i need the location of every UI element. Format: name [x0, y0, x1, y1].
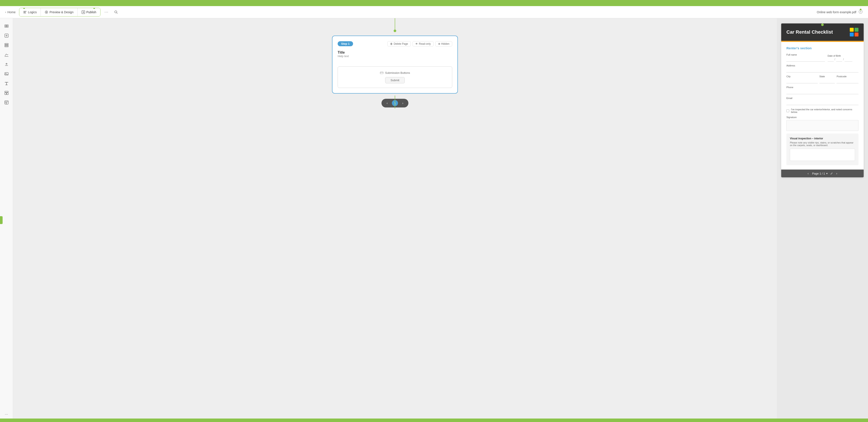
form-logo: [850, 28, 859, 36]
sidebar-item-image[interactable]: [2, 69, 11, 78]
sidebar: ···: [0, 18, 13, 422]
sidebar-item-form-fields[interactable]: [2, 22, 11, 30]
state-label: State: [819, 75, 835, 78]
tab-preview[interactable]: Preview & Design: [41, 8, 78, 16]
fullname-label: Full name: [786, 53, 825, 56]
step-actions: 🗑 Delete Page 👁 Read-only ⊗ Hidden: [388, 41, 452, 47]
page-next-icon: ›: [402, 101, 403, 105]
page-next-button[interactable]: ›: [400, 100, 406, 106]
step-title: Title: [338, 51, 345, 54]
image-icon: [4, 71, 9, 76]
preview-prev-button[interactable]: ‹: [806, 171, 810, 176]
home-label[interactable]: Home: [7, 10, 16, 14]
city-field: City: [786, 75, 818, 83]
preview-page-dropdown-icon[interactable]: ▼: [826, 172, 828, 175]
hidden-icon: ⊗: [438, 42, 440, 46]
page-prev-icon: ‹: [387, 101, 388, 105]
phone-field: Phone: [786, 86, 859, 94]
page-prev-button[interactable]: ‹: [384, 100, 390, 106]
smart-fields-icon: [4, 33, 9, 38]
jotform-logo: [850, 28, 859, 36]
visual-inspection-textarea[interactable]: [790, 149, 855, 161]
postcode-field: Postcode: [837, 75, 859, 83]
postcode-label: Postcode: [837, 75, 859, 78]
address-input[interactable]: [786, 67, 859, 72]
postcode-input[interactable]: [837, 78, 859, 83]
signature-icon: [4, 52, 9, 57]
bottom-green-bar: [0, 419, 868, 422]
email-field: Email: [786, 97, 859, 105]
preview-page-label: Page 1 / 1: [812, 172, 825, 175]
sidebar-item-layout[interactable]: [2, 89, 11, 97]
more-button[interactable]: ···: [103, 9, 110, 16]
svg-rect-0: [24, 11, 27, 11]
city-input[interactable]: [786, 78, 818, 83]
connector-dot-top: [394, 30, 396, 32]
preview-next-button[interactable]: ›: [835, 171, 839, 176]
tab-preview-label: Preview & Design: [50, 10, 73, 14]
more-icon: ···: [104, 10, 108, 14]
dob-inputs: / /: [828, 58, 859, 62]
inspection-checkbox[interactable]: [786, 110, 789, 112]
signature-label: Signature: [786, 116, 859, 119]
tab-logics[interactable]: Logics: [19, 8, 41, 16]
dob-day[interactable]: [836, 58, 842, 62]
svg-rect-22: [380, 72, 383, 74]
hidden-button[interactable]: ⊗ Hidden: [435, 41, 452, 47]
search-icon: [114, 10, 118, 14]
svg-rect-8: [5, 25, 6, 26]
phone-label: Phone: [786, 86, 859, 89]
text-icon: [4, 81, 9, 86]
dob-label: Date of Birth: [828, 55, 859, 57]
dob-sep-1: /: [835, 58, 835, 62]
svg-rect-11: [7, 26, 8, 27]
upload-icon: [4, 62, 9, 67]
delete-page-button[interactable]: 🗑 Delete Page: [388, 41, 411, 47]
search-button[interactable]: [113, 9, 120, 16]
svg-rect-15: [5, 46, 8, 47]
fullname-input[interactable]: [786, 57, 825, 62]
home-nav[interactable]: ‹ Home: [5, 10, 16, 14]
sidebar-item-matrix[interactable]: [2, 41, 11, 50]
sidebar-item-smart-fields[interactable]: [2, 31, 11, 40]
sidebar-item-text[interactable]: [2, 79, 11, 88]
svg-rect-14: [5, 45, 8, 46]
connector-line-bottom: [395, 95, 395, 109]
layout-icon: [4, 91, 9, 95]
delete-label: Delete Page: [394, 42, 408, 46]
inspection-checkbox-label: I've inspected the car exterior/interior…: [791, 108, 859, 113]
preview-expand-button[interactable]: ⤢: [830, 172, 833, 175]
readonly-label: Read-only: [419, 42, 431, 46]
matrix-icon: [4, 43, 9, 48]
sidebar-item-signature[interactable]: [2, 50, 11, 59]
preview-panel: Car Rental Checklist Renter's section: [777, 18, 868, 422]
sidebar-item-upload[interactable]: [2, 60, 11, 69]
readonly-button[interactable]: 👁 Read-only: [412, 41, 434, 47]
phone-input[interactable]: [786, 89, 859, 94]
step-help: Help text: [338, 55, 353, 58]
tab-logics-label: Logics: [28, 10, 37, 14]
sidebar-item-table[interactable]: [2, 98, 11, 107]
dob-month[interactable]: [828, 58, 834, 62]
nav-tabs: Logics Preview & Design Publish: [19, 8, 100, 17]
readonly-icon: 👁: [415, 42, 418, 46]
svg-rect-10: [5, 26, 6, 27]
dob-field-group: Date of Birth / /: [828, 55, 859, 62]
preview-bottom-bar: ‹ Page 1 / 1 ▼ ⤢ ›: [781, 170, 864, 177]
publish-icon: [82, 10, 85, 14]
nav-bar: ‹ Home Logics Preview & Design: [0, 6, 868, 18]
dob-year[interactable]: [844, 58, 852, 62]
tab-publish[interactable]: Publish: [78, 8, 100, 16]
submit-button[interactable]: Submit: [385, 77, 405, 83]
state-input[interactable]: [819, 78, 835, 83]
email-input[interactable]: [786, 100, 859, 105]
svg-rect-19: [5, 93, 6, 95]
signature-box[interactable]: [786, 120, 859, 131]
visual-inspection-title: Visual inspection – interior: [790, 137, 855, 140]
address-label: Address: [786, 64, 859, 67]
connector-line-top: [395, 18, 395, 30]
top-green-bar: [0, 0, 868, 6]
tab-publish-label: Publish: [86, 10, 96, 14]
hidden-label: Hidden: [441, 42, 450, 46]
sidebar-more-button[interactable]: ···: [2, 410, 11, 419]
